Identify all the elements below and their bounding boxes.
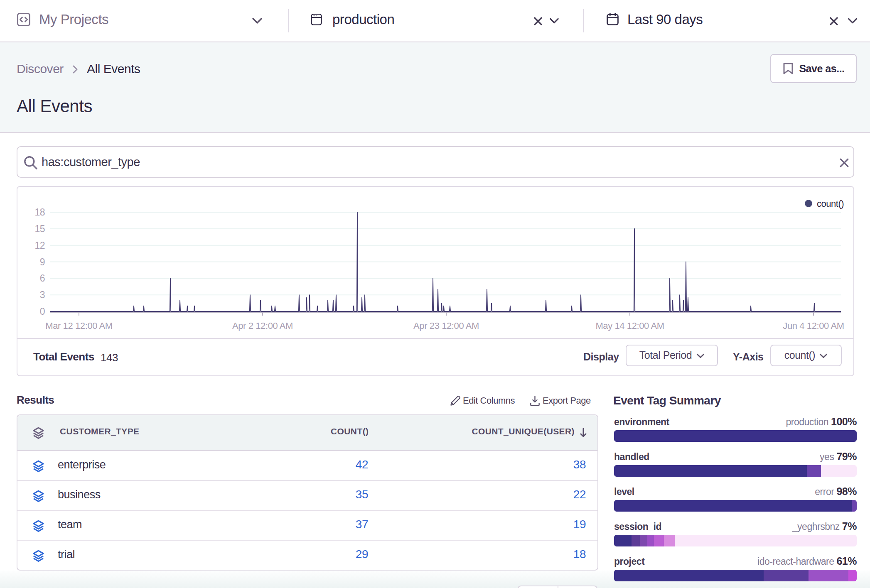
svg-text:3: 3 bbox=[40, 289, 45, 300]
svg-text:15: 15 bbox=[34, 223, 45, 234]
svg-text:6: 6 bbox=[40, 273, 45, 284]
svg-text:May 14 12:00 AM: May 14 12:00 AM bbox=[595, 321, 664, 331]
svg-text:12: 12 bbox=[34, 240, 45, 251]
svg-text:Jun 4 12:00 AM: Jun 4 12:00 AM bbox=[783, 321, 844, 331]
svg-text:count(): count() bbox=[817, 198, 844, 209]
svg-text:9: 9 bbox=[40, 257, 45, 267]
svg-text:Mar 12 12:00 AM: Mar 12 12:00 AM bbox=[45, 321, 113, 331]
svg-text:18: 18 bbox=[34, 207, 45, 218]
svg-text:Apr 2 12:00 AM: Apr 2 12:00 AM bbox=[232, 321, 293, 331]
svg-text:0: 0 bbox=[40, 306, 45, 317]
svg-text:Apr 23 12:00 AM: Apr 23 12:00 AM bbox=[413, 321, 479, 331]
